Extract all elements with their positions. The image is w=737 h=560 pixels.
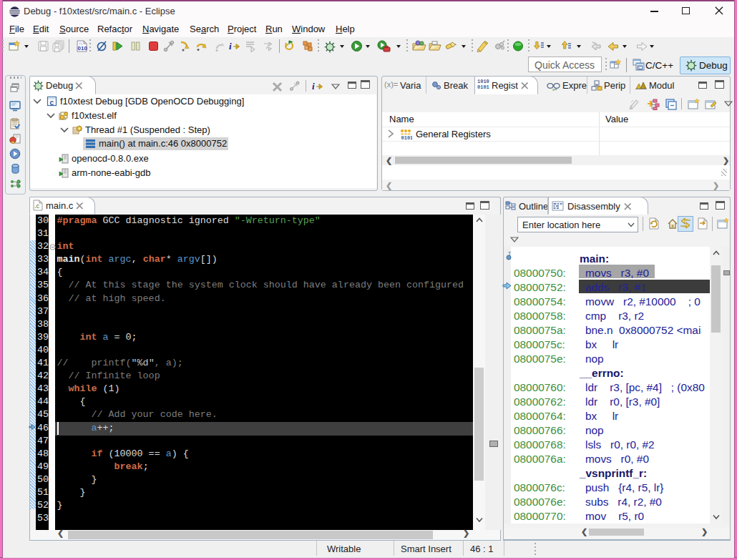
svg-text:x=: x= xyxy=(552,87,557,92)
svg-text:C: C xyxy=(638,65,642,70)
svg-text:c: c xyxy=(50,99,54,107)
svg-text:i: i xyxy=(229,41,232,51)
svg-text:.c: .c xyxy=(34,202,40,210)
svg-text:010: 010 xyxy=(78,45,88,51)
svg-text:0101: 0101 xyxy=(401,135,413,140)
svg-text:i: i xyxy=(312,81,315,92)
